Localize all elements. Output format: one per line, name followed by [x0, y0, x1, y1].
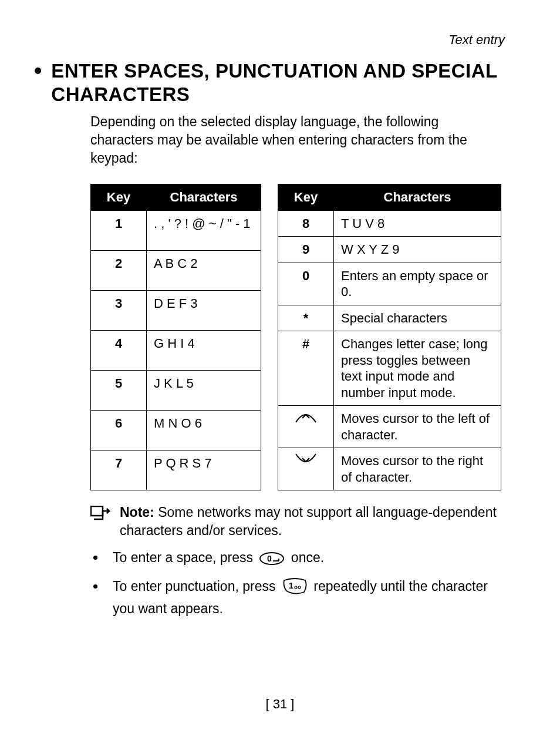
chars-cell: D E F 3 [147, 290, 261, 330]
table-row: 2A B C 2 [91, 250, 261, 290]
page-number: [ 31 ] [0, 697, 560, 712]
svg-text:1: 1 [289, 581, 294, 590]
key-cell: 8 [278, 210, 334, 237]
table-row: 6M N O 6 [91, 411, 261, 450]
svg-rect-0 [91, 506, 103, 516]
svg-point-5 [298, 586, 301, 589]
chars-cell: M N O 6 [147, 411, 261, 450]
chars-cell: Changes letter case; long press toggles … [334, 331, 501, 406]
chars-cell: J K L 5 [147, 371, 261, 411]
table-row: 0Enters an empty space or 0. [278, 263, 501, 305]
chars-cell: Moves cursor to the left of character. [334, 406, 501, 448]
chars-cell: P Q R S 7 [147, 450, 261, 490]
zero-key-icon: 0 [259, 552, 285, 570]
note-label: Note: [120, 505, 154, 520]
svg-point-1 [260, 553, 284, 564]
table-row: #Changes letter case; long press toggles… [278, 331, 501, 406]
instr-text: To enter a space, press [113, 550, 257, 565]
key-cell: 3 [91, 290, 147, 330]
key-cell: 1 [91, 210, 147, 250]
key-cell: # [278, 331, 334, 406]
chars-cell: G H I 4 [147, 331, 261, 371]
th-key: Key [91, 184, 147, 211]
note-body: Some networks may not support all langua… [120, 505, 497, 538]
table-row: 3D E F 3 [91, 290, 261, 330]
chars-cell: W X Y Z 9 [334, 237, 501, 263]
table-row: *Special characters [278, 305, 501, 331]
section-bullet: • [34, 59, 42, 82]
chars-cell: Special characters [334, 305, 501, 331]
down-arrow-icon [278, 448, 334, 490]
table-row: Moves cursor to the right of character. [278, 448, 501, 490]
th-chars: Characters [334, 184, 501, 211]
th-key: Key [278, 184, 334, 211]
key-cell: 9 [278, 237, 334, 263]
svg-text:0: 0 [267, 554, 272, 563]
key-cell: 6 [91, 411, 147, 450]
section-heading: ENTER SPACES, PUNCTUATION AND SPECIAL CH… [51, 59, 505, 106]
one-key-icon: 1 [282, 578, 308, 599]
key-cell: 0 [278, 263, 334, 305]
instr-text: To enter punctuation, press [113, 579, 279, 594]
table-row: 8T U V 8 [278, 210, 501, 237]
chars-cell: Enters an empty space or 0. [334, 263, 501, 305]
key-cell: 7 [91, 450, 147, 490]
instruction-list: To enter a space, press 0 once. To enter… [90, 548, 505, 618]
chars-cell: Moves cursor to the right of character. [334, 448, 501, 490]
table-row: Moves cursor to the left of character. [278, 406, 501, 448]
note-icon [90, 506, 110, 523]
key-cell: * [278, 305, 334, 331]
list-item: To enter punctuation, press 1 repeatedly… [106, 577, 505, 618]
table-row: 4G H I 4 [91, 331, 261, 371]
keypad-table-right: Key Characters 8T U V 8 9W X Y Z 9 0Ente… [278, 184, 501, 490]
key-cell: 5 [91, 371, 147, 411]
table-row: 9W X Y Z 9 [278, 237, 501, 263]
chars-cell: A B C 2 [147, 250, 261, 290]
table-row: 1. , ' ? ! @ ~ / " - 1 [91, 210, 261, 250]
up-arrow-icon [278, 406, 334, 448]
running-header: Text entry [55, 32, 505, 48]
key-cell: 2 [91, 250, 147, 290]
keypad-table-left: Key Characters 1. , ' ? ! @ ~ / " - 1 2A… [90, 184, 261, 490]
intro-paragraph: Depending on the selected display langua… [90, 113, 505, 167]
instr-text: once. [291, 550, 324, 565]
key-cell: 4 [91, 331, 147, 371]
chars-cell: T U V 8 [334, 210, 501, 237]
table-row: 5J K L 5 [91, 371, 261, 411]
th-chars: Characters [147, 184, 261, 211]
table-row: 7P Q R S 7 [91, 450, 261, 490]
chars-cell: . , ' ? ! @ ~ / " - 1 [147, 210, 261, 250]
svg-point-4 [295, 586, 297, 589]
note-text: Note: Some networks may not support all … [120, 503, 505, 540]
list-item: To enter a space, press 0 once. [106, 548, 505, 570]
